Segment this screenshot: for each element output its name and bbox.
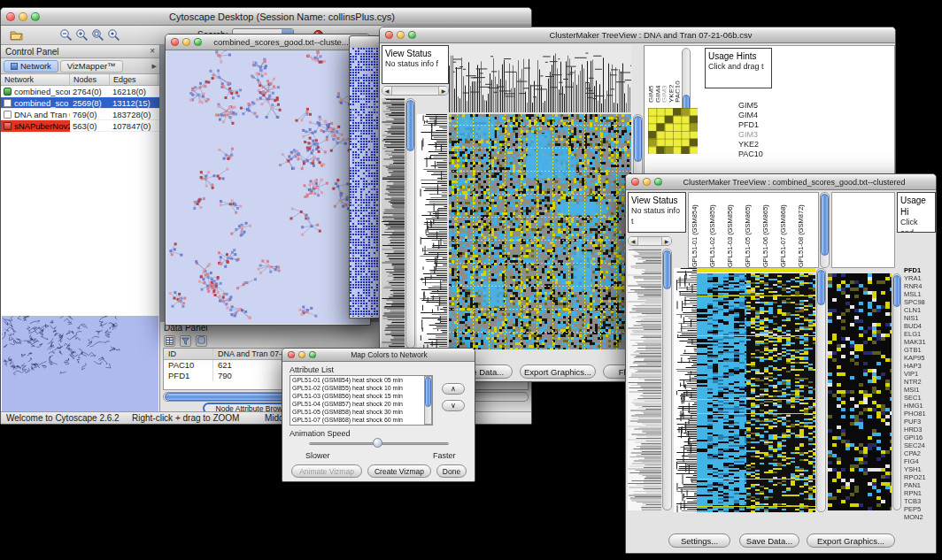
create-vizmap-button[interactable]: Create Vizmap <box>367 464 431 478</box>
zoom-window-icon[interactable] <box>654 178 662 186</box>
column-label: PAC10 <box>673 48 680 103</box>
gene-label: RPN1 <box>904 489 926 497</box>
scrollbar-thumb[interactable] <box>634 116 642 162</box>
move-up-button[interactable]: ∧ <box>442 383 465 395</box>
network-overview-canvas[interactable] <box>2 316 158 411</box>
window-controls <box>6 12 40 21</box>
minimize-window-icon[interactable] <box>19 12 27 21</box>
window-titlebar[interactable]: combined_scores_good.txt--cluste... <box>166 35 370 50</box>
attribute-list-item[interactable]: GPL51-03 (GSM856) heat shock 15 min <box>290 392 432 400</box>
scrollbar-thumb[interactable] <box>663 250 671 289</box>
scroll-right-button[interactable]: ▶ <box>661 237 671 245</box>
export-graphics-button[interactable]: Export Graphics... <box>520 364 596 379</box>
attribute-list-item[interactable]: GPL51-07 (GSM868) heat shock 60 min <box>290 416 432 424</box>
close-icon[interactable]: × <box>150 47 155 56</box>
column-dendrogram-canvas[interactable] <box>449 45 631 112</box>
window-titlebar[interactable]: Cytoscape Desktop (Session Name: collins… <box>1 8 531 26</box>
column-label: GPL51-02 (GSM855) <box>708 195 726 267</box>
close-window-icon[interactable] <box>171 38 179 46</box>
cluster-vscrollbar[interactable] <box>892 273 901 510</box>
cluster-heatmap-canvas[interactable] <box>828 273 892 510</box>
select-attributes-button[interactable] <box>164 335 175 347</box>
tab-network[interactable]: Network <box>4 60 58 73</box>
heatmap-canvas[interactable] <box>697 268 815 512</box>
close-window-icon[interactable] <box>288 351 295 358</box>
usage-hints-title: Usage Hi <box>900 195 932 218</box>
scroll-right-button[interactable]: ▶ <box>438 87 448 95</box>
close-window-icon[interactable] <box>631 178 639 186</box>
attribute-list-item[interactable]: GPL51-04 (GSM857) heat shock 20 min <box>290 400 432 408</box>
zoom-window-icon[interactable] <box>309 351 316 358</box>
zoom-in-button[interactable] <box>73 27 89 43</box>
minimize-window-icon[interactable] <box>298 351 305 358</box>
network-table-header: Network Nodes Edges <box>1 74 159 86</box>
labels-vscrollbar[interactable] <box>820 192 830 268</box>
gene-label: MSI1 <box>904 386 926 394</box>
attribute-list-item[interactable]: GPL51-05 (GSM858) heat shock 30 min <box>290 408 432 416</box>
overview-hscrollbar[interactable]: ◀ ▶ <box>382 86 449 96</box>
row-dendrogram-canvas[interactable] <box>674 268 697 512</box>
filter-attributes-button[interactable] <box>180 335 191 347</box>
minimize-window-icon[interactable] <box>397 31 405 39</box>
tab-vizmapper[interactable]: VizMapper™ <box>60 60 123 73</box>
minimize-window-icon[interactable] <box>643 178 651 186</box>
network-canvas[interactable] <box>166 50 369 324</box>
funnel-icon <box>181 337 189 345</box>
zoom-window-icon[interactable] <box>408 31 416 39</box>
attribute-list-item[interactable]: GPL51-02 (GSM855) heat shock 10 min <box>290 384 432 392</box>
zoom-window-icon[interactable] <box>194 38 202 46</box>
chevron-right-icon[interactable]: ▶ <box>152 63 157 70</box>
scrollbar-thumb[interactable] <box>893 275 900 307</box>
attribute-list[interactable]: GPL51-01 (GSM854) heat shock 05 minGPL51… <box>290 375 433 426</box>
list-vscrollbar[interactable] <box>424 376 432 425</box>
slider-knob[interactable] <box>373 438 382 448</box>
attribute-database-button[interactable] <box>196 335 207 347</box>
open-folder-icon <box>10 29 23 41</box>
scrollbar-thumb[interactable] <box>406 100 414 151</box>
scroll-left-button[interactable]: ◀ <box>382 87 392 95</box>
window-titlebar[interactable]: ClusterMaker TreeView : DNA and Tran 07-… <box>380 27 895 43</box>
network-row[interactable]: combined_scores 2764(0) 16218(0) <box>1 86 159 97</box>
move-down-button[interactable]: ∨ <box>442 400 465 411</box>
zoom-fit-icon <box>91 28 104 42</box>
settings-button[interactable]: Settings... <box>668 533 730 548</box>
attribute-list-item[interactable]: GPL51-01 (GSM854) heat shock 05 min <box>290 376 432 384</box>
save-data-button[interactable]: Save Data... <box>739 533 799 548</box>
global-vscrollbar[interactable] <box>405 98 415 349</box>
animation-speed-slider[interactable] <box>309 438 449 449</box>
slower-label: Slower <box>305 451 330 460</box>
dense-network-canvas[interactable] <box>350 48 380 317</box>
overview-hscrollbar[interactable]: ◀ ▶ <box>628 236 672 246</box>
close-window-icon[interactable] <box>385 31 393 39</box>
zoom-fit-button[interactable] <box>89 27 105 43</box>
scrollbar-thumb[interactable] <box>425 377 431 407</box>
network-row[interactable]: sNAPuberNov2 563(0) 107847(0) <box>1 120 159 132</box>
zoom-selected-button[interactable] <box>105 27 121 43</box>
global-vscrollbar[interactable] <box>662 249 672 510</box>
scrollbar-thumb[interactable] <box>817 270 825 305</box>
global-dendrogram-canvas[interactable] <box>382 98 405 349</box>
view-status-text: No status info f <box>385 59 445 70</box>
column-label: GPL51-08 (GSM872) <box>797 195 815 267</box>
zoom-window-icon[interactable] <box>31 12 40 21</box>
window-titlebar[interactable]: Map Colors to Network <box>282 349 475 362</box>
network-row[interactable]: DNA and Tran 07 769(0) 183728(0) <box>1 109 159 120</box>
heatmap-canvas[interactable] <box>449 114 631 349</box>
heatmap-vscrollbar[interactable] <box>816 268 826 512</box>
export-graphics-button[interactable]: Export Graphics... <box>807 533 895 548</box>
close-window-icon[interactable] <box>6 12 15 21</box>
network-row-selected[interactable]: combined_sco 2569(8) 13112(15) <box>1 97 159 109</box>
row-dendrogram-canvas[interactable] <box>417 114 447 349</box>
zoom-out-button[interactable] <box>58 27 73 43</box>
window-titlebar[interactable]: ClusterMaker TreeView : combined_scores_… <box>626 174 936 190</box>
column-label: YKE2 <box>667 48 674 103</box>
view-status-panel: View Status No status info t <box>628 192 686 233</box>
done-button[interactable]: Done <box>436 464 467 478</box>
open-session-button[interactable] <box>8 27 24 43</box>
gene-label: GIM3 <box>738 130 763 140</box>
scrollbar-thumb[interactable] <box>821 194 829 256</box>
minimize-window-icon[interactable] <box>182 38 190 46</box>
scroll-left-button[interactable]: ◀ <box>629 237 638 245</box>
correlation-matrix-canvas[interactable] <box>648 108 698 154</box>
global-dendrogram-canvas[interactable] <box>628 249 661 510</box>
